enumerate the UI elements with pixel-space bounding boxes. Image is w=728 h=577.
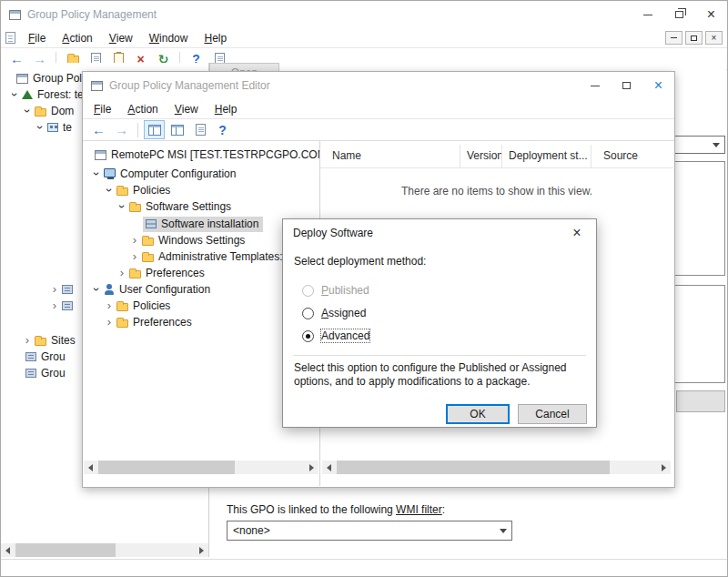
radio-assigned[interactable]: Assigned: [302, 306, 366, 320]
gpo-link-icon: [62, 301, 73, 310]
column-header-name[interactable]: Name: [320, 145, 460, 167]
selected-item-highlight: Software installation: [143, 217, 263, 232]
radio-circle-icon: [302, 308, 314, 319]
child-minimize-icon[interactable]: [665, 31, 682, 45]
wmi-filter-label: This GPO is linked to the following WMI …: [227, 503, 445, 516]
modeling-icon: [25, 352, 36, 361]
back-icon[interactable]: ←: [88, 120, 109, 139]
export-list-icon[interactable]: [189, 120, 210, 139]
chevron-collapsed-icon[interactable]: ›: [21, 335, 34, 346]
restore-icon[interactable]: [663, 1, 695, 28]
chevron-expanded-icon[interactable]: ›: [116, 200, 127, 213]
scroll-thumb[interactable]: [337, 461, 610, 474]
chevron-collapsed-icon[interactable]: ›: [103, 317, 116, 328]
tree-item-policies[interactable]: › Policies: [83, 182, 319, 198]
scroll-thumb[interactable]: [15, 543, 116, 557]
child-window-controls: ×: [665, 31, 727, 45]
cancel-button[interactable]: Cancel: [518, 404, 587, 424]
radio-published-label: Published: [321, 284, 369, 297]
scroll-left-icon[interactable]: [322, 461, 336, 474]
wmi-filter-link: WMI filter: [396, 503, 442, 516]
ok-button[interactable]: OK: [446, 404, 510, 424]
menu-window[interactable]: Window: [141, 28, 197, 47]
scroll-track[interactable]: [336, 461, 657, 474]
menu-action[interactable]: Action: [54, 28, 100, 47]
folder-icon: [129, 204, 141, 212]
forward-icon[interactable]: →: [111, 120, 132, 139]
radio-advanced[interactable]: Advanced: [302, 329, 369, 343]
folder-icon: [116, 187, 128, 196]
chevron-collapsed-icon[interactable]: ›: [116, 268, 128, 278]
console-document-icon: [5, 32, 15, 44]
column-header-deployment-state[interactable]: Deployment st...: [502, 145, 592, 167]
gpo-icon: [95, 150, 106, 160]
tree-item-computer-configuration[interactable]: › Computer Configuration: [83, 166, 319, 182]
scroll-track[interactable]: [15, 543, 195, 557]
radio-advanced-label: Advanced: [321, 329, 369, 342]
column-header-source[interactable]: Source: [592, 145, 673, 167]
package-icon: [146, 219, 157, 228]
deployment-description: Select this option to configure the Publ…: [294, 361, 588, 389]
gpm-menubar: File Action View Window Help ×: [1, 28, 727, 48]
child-close-icon[interactable]: ×: [705, 31, 723, 45]
gpm-window-title: Group Policy Management: [27, 8, 157, 21]
show-console-tree-icon[interactable]: [144, 120, 165, 139]
scroll-track[interactable]: [97, 461, 305, 474]
scroll-right-icon[interactable]: [657, 461, 671, 474]
chevron-expanded-icon[interactable]: ›: [91, 167, 102, 180]
minimize-icon[interactable]: [632, 1, 663, 28]
menu-help[interactable]: Help: [196, 28, 235, 47]
gpme-app-icon: [91, 81, 103, 91]
desktop: Group Policy Management × File Action Vi…: [0, 0, 728, 577]
chevron-down-icon[interactable]: [708, 137, 724, 153]
chevron-expanded-icon[interactable]: ›: [22, 105, 33, 117]
column-header-version[interactable]: Version: [460, 145, 502, 167]
dialog-title: Deploy Software: [293, 227, 373, 239]
gpm-tree-hscrollbar[interactable]: [1, 543, 208, 557]
close-icon[interactable]: ×: [695, 1, 727, 28]
chevron-collapsed-icon[interactable]: ›: [128, 235, 141, 246]
chevron-expanded-icon[interactable]: ›: [91, 283, 102, 296]
scroll-right-icon[interactable]: [195, 543, 208, 557]
folder-icon: [116, 319, 128, 328]
chevron-expanded-icon[interactable]: ›: [9, 88, 20, 101]
scroll-thumb[interactable]: [98, 461, 235, 474]
scroll-left-icon[interactable]: [84, 461, 97, 474]
show-action-pane-icon[interactable]: [167, 120, 187, 139]
close-icon[interactable]: ×: [642, 72, 674, 99]
chevron-expanded-icon[interactable]: ›: [104, 184, 115, 197]
results-icon: [25, 369, 36, 378]
menu-file[interactable]: File: [20, 28, 54, 47]
scroll-right-icon[interactable]: [305, 461, 318, 474]
gpme-tree-hscrollbar[interactable]: [84, 461, 318, 474]
radio-circle-icon: [302, 285, 314, 297]
menu-action[interactable]: Action: [119, 99, 166, 118]
gpm-app-icon: [9, 10, 21, 20]
divider: [293, 355, 586, 356]
chevron-collapsed-icon[interactable]: ›: [48, 284, 61, 295]
menu-help[interactable]: Help: [207, 99, 246, 118]
tree-item-gpo-root[interactable]: RemotePC MSI [TEST.TESTRPCGPO.COM] P: [83, 147, 319, 163]
chevron-down-icon[interactable]: [495, 521, 511, 540]
minimize-icon[interactable]: [579, 72, 611, 99]
chevron-collapsed-icon[interactable]: ›: [48, 300, 61, 311]
chevron-collapsed-icon[interactable]: ›: [103, 300, 116, 311]
deployment-method-prompt: Select deployment method:: [294, 255, 426, 268]
menu-view[interactable]: View: [167, 99, 207, 118]
child-restore-icon[interactable]: [685, 31, 703, 45]
menu-file[interactable]: File: [86, 99, 119, 118]
dialog-close-icon[interactable]: ×: [560, 221, 594, 245]
tree-item-software-settings[interactable]: › Software Settings: [83, 198, 319, 215]
help-icon[interactable]: ?: [212, 120, 233, 139]
menu-view[interactable]: View: [101, 28, 141, 47]
gpme-toolbar: ← → ?: [83, 119, 674, 141]
background-button[interactable]: [676, 390, 725, 412]
chevron-expanded-icon[interactable]: ›: [35, 121, 46, 134]
radio-published[interactable]: Published: [302, 283, 369, 298]
gpme-results-hscrollbar[interactable]: [322, 461, 671, 474]
maximize-icon[interactable]: [611, 72, 642, 99]
dialog-titlebar: Deploy Software ×: [283, 219, 596, 247]
wmi-filter-combobox[interactable]: <none>: [227, 521, 512, 541]
chevron-collapsed-icon[interactable]: ›: [128, 251, 141, 262]
scroll-left-icon[interactable]: [1, 543, 15, 557]
